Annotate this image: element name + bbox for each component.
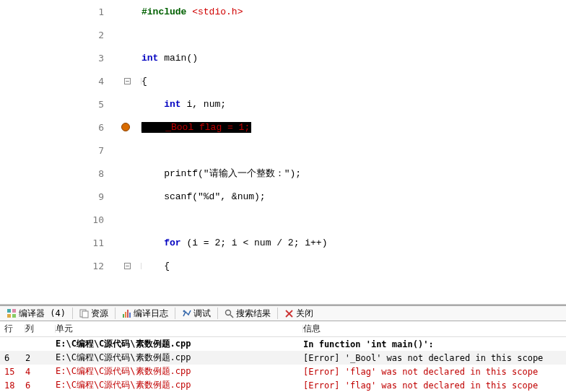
code-text[interactable]: int main() [142, 53, 566, 64]
line-number: 11 [0, 238, 111, 248]
cell-info: [Error] '_Bool' was not declared in this… [303, 353, 566, 363]
cell-col: 6 [25, 380, 56, 391]
cell-info: In function 'int main()': [303, 339, 566, 349]
tab-log[interactable]: 编译日志 [118, 306, 173, 321]
tab-resources-label: 资源 [91, 308, 108, 320]
fold-toggle-icon[interactable]: − [124, 78, 131, 84]
header-line[interactable]: 行 [0, 323, 25, 335]
code-text[interactable]: #include <stdio.h> [142, 6, 566, 17]
cell-line: 6 [0, 353, 25, 363]
gutter[interactable]: − [111, 263, 142, 269]
code-line[interactable]: 2 [0, 23, 566, 46]
code-line[interactable]: 12− { [0, 254, 566, 277]
code-line[interactable]: 10 [0, 208, 566, 231]
cell-info: [Error] 'flag' was not declared in this … [303, 367, 566, 377]
code-text[interactable]: _Bool flag = 1; [142, 122, 566, 133]
compiler-output-table: 行 列 单元 信息 E:\C编程\C源代码\素数例题.cppIn functio… [0, 321, 566, 392]
tab-close-label: 关闭 [296, 308, 313, 320]
line-number: 3 [0, 53, 111, 64]
svg-rect-9 [129, 313, 131, 318]
line-number: 12 [0, 261, 111, 271]
table-row[interactable]: E:\C编程\C源代码\素数例题.cppIn function 'int mai… [0, 337, 566, 351]
code-line[interactable]: 9 scanf("%d", &num); [0, 185, 566, 208]
code-line[interactable]: 7 [0, 139, 566, 162]
table-row[interactable]: 62E:\C编程\C源代码\素数例题.cpp[Error] '_Bool' wa… [0, 351, 566, 365]
code-text[interactable]: printf("请输入一个整数："); [142, 167, 566, 180]
cell-info: [Error] 'flag' was not declared in this … [303, 380, 566, 391]
code-line[interactable]: 1#include <stdio.h> [0, 0, 566, 23]
line-number: 7 [0, 145, 111, 156]
line-number: 6 [0, 122, 111, 133]
svg-point-11 [225, 310, 230, 315]
header-info[interactable]: 信息 [303, 323, 566, 335]
svg-rect-5 [82, 311, 88, 318]
svg-rect-8 [127, 310, 129, 318]
gutter[interactable]: − [111, 78, 142, 84]
breakpoint-icon[interactable] [121, 123, 130, 131]
svg-rect-2 [7, 314, 11, 318]
gutter[interactable] [111, 123, 142, 131]
tab-debug[interactable]: 调试 [178, 306, 215, 321]
cell-line: 18 [0, 380, 25, 391]
svg-line-12 [230, 315, 233, 318]
line-number: 10 [0, 214, 111, 225]
log-icon [122, 309, 131, 318]
line-number: 8 [0, 168, 111, 179]
tab-log-label: 编译日志 [134, 308, 168, 320]
header-unit[interactable]: 单元 [56, 323, 303, 335]
svg-rect-0 [7, 309, 11, 313]
svg-rect-3 [12, 314, 16, 318]
line-number: 1 [0, 6, 111, 17]
cell-col: 4 [25, 367, 56, 377]
table-header: 行 列 单元 信息 [0, 321, 566, 337]
tab-resources[interactable]: 资源 [75, 306, 113, 321]
line-number: 9 [0, 191, 111, 202]
code-line[interactable]: 5 int i, num; [0, 92, 566, 116]
code-text[interactable]: int i, num; [142, 99, 566, 110]
code-line[interactable]: 3int main() [0, 46, 566, 69]
tab-search[interactable]: 搜索结果 [220, 306, 275, 321]
code-text[interactable]: { [142, 76, 566, 87]
line-number: 5 [0, 99, 111, 110]
table-row[interactable]: 154E:\C编程\C源代码\素数例题.cpp[Error] 'flag' wa… [0, 365, 566, 378]
fold-toggle-icon[interactable]: − [124, 263, 131, 269]
tab-debug-label: 调试 [193, 308, 211, 320]
cell-col: 2 [25, 353, 56, 363]
code-editor[interactable]: 1#include <stdio.h>23int main()4−{5 int … [0, 0, 566, 305]
code-line[interactable]: 11 for (i = 2; i < num / 2; i++) [0, 231, 566, 254]
cell-unit: E:\C编程\C源代码\素数例题.cpp [56, 352, 303, 364]
code-text[interactable]: scanf("%d", &num); [142, 191, 566, 202]
code-line[interactable]: 6 _Bool flag = 1; [0, 116, 566, 139]
cell-unit: E:\C编程\C源代码\素数例题.cpp [56, 379, 303, 391]
svg-rect-6 [123, 314, 124, 318]
tab-compiler-label: 编译器 (4) [19, 308, 66, 320]
svg-rect-7 [125, 312, 126, 318]
code-text[interactable]: for (i = 2; i < num / 2; i++) [142, 238, 566, 248]
resources-icon [79, 309, 89, 318]
cell-unit: E:\C编程\C源代码\素数例题.cpp [56, 365, 303, 378]
bottom-panel-tabs: 编译器 (4) 资源 编译日志 调试 搜索结果 关闭 [0, 305, 566, 321]
cell-unit: E:\C编程\C源代码\素数例题.cpp [56, 338, 303, 350]
line-number: 4 [0, 76, 111, 87]
tab-compiler[interactable]: 编译器 (4) [3, 306, 70, 321]
header-col[interactable]: 列 [25, 323, 56, 335]
close-icon [284, 309, 294, 318]
code-text[interactable]: { [142, 261, 566, 271]
tab-close[interactable]: 关闭 [280, 306, 318, 321]
debug-icon [182, 309, 191, 318]
cell-line: 15 [0, 367, 25, 377]
compiler-icon [7, 309, 17, 318]
table-row[interactable]: 186E:\C编程\C源代码\素数例题.cpp[Error] 'flag' wa… [0, 378, 566, 392]
line-number: 2 [0, 30, 111, 40]
code-line[interactable]: 4−{ [0, 69, 566, 92]
code-line[interactable]: 8 printf("请输入一个整数："); [0, 162, 566, 185]
search-icon [225, 309, 234, 318]
svg-point-10 [183, 310, 185, 312]
svg-rect-1 [12, 309, 16, 313]
tab-search-label: 搜索结果 [236, 308, 271, 320]
